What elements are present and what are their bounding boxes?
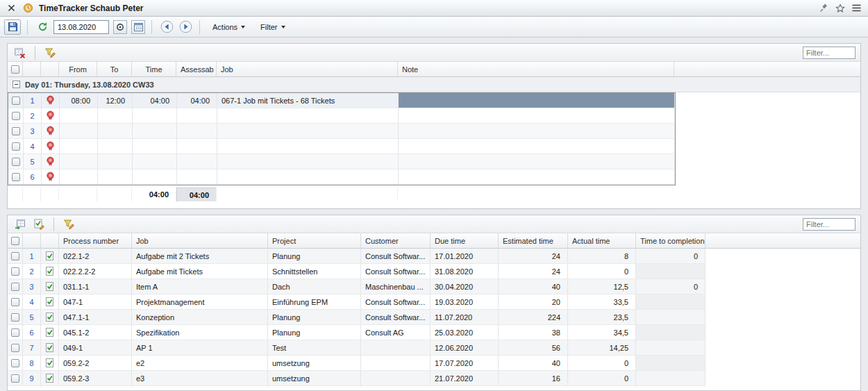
table-row[interactable]: 6 045.1-2 Spezifikation Planung Consult … (8, 325, 860, 340)
job-cell[interactable]: Konzeption (132, 310, 268, 325)
column-header-customer[interactable]: Customer (361, 233, 431, 248)
estimated-time-cell[interactable]: 40 (499, 356, 568, 371)
job-cell[interactable]: e3 (132, 371, 268, 386)
row-checkbox[interactable] (11, 267, 19, 276)
row-checkbox[interactable] (12, 142, 20, 151)
table-row[interactable]: 3 (8, 124, 675, 139)
seal-icon[interactable] (45, 172, 56, 182)
select-all-checkbox[interactable] (11, 237, 19, 245)
due-time-cell[interactable]: 19.03.2020 (431, 294, 499, 310)
due-time-cell[interactable]: 17.01.2020 (431, 249, 499, 264)
row-number-link[interactable]: 1 (29, 252, 33, 260)
column-header-to[interactable]: To (97, 62, 132, 76)
project-cell[interactable]: Planung (268, 249, 361, 264)
timesheet-filter-input[interactable] (803, 47, 856, 59)
seal-icon[interactable] (45, 95, 56, 106)
task-edit-button[interactable] (31, 217, 47, 231)
actual-time-cell[interactable]: 8 (568, 249, 636, 264)
row-checkbox[interactable] (11, 313, 19, 322)
record-button[interactable] (113, 20, 127, 34)
customer-cell[interactable]: Consult Softwar... (361, 310, 431, 325)
actual-time-cell[interactable]: 14,25 (568, 340, 636, 356)
task-check-icon[interactable] (44, 373, 55, 383)
note-cell[interactable] (399, 108, 675, 124)
actual-time-cell[interactable]: 33,5 (568, 294, 636, 310)
project-cell[interactable]: Schnittstellen (268, 264, 361, 279)
assessable-cell[interactable] (177, 139, 217, 154)
time-to-completion-cell[interactable] (636, 356, 706, 371)
row-checkbox[interactable] (11, 374, 19, 383)
customer-cell[interactable]: Consult Softwar... (361, 294, 431, 310)
to-cell[interactable] (98, 169, 133, 185)
row-number-link[interactable]: 2 (30, 112, 34, 120)
due-time-cell[interactable]: 17.07.2020 (431, 356, 499, 371)
table-row[interactable]: 3 031.1-1 Item A Dach Maschinenbau ... 3… (8, 279, 860, 294)
customer-cell[interactable]: Consult Softwar... (361, 249, 431, 264)
process-number-cell[interactable]: 049-1 (59, 340, 132, 356)
process-number-cell[interactable]: 022.1-2 (59, 249, 132, 264)
job-cell[interactable] (217, 169, 399, 185)
column-header-due-time[interactable]: Due time (431, 233, 499, 248)
row-checkbox[interactable] (11, 283, 19, 291)
job-cell[interactable] (217, 108, 399, 124)
row-number-link[interactable]: 1 (30, 97, 34, 105)
row-checkbox[interactable] (11, 344, 19, 352)
next-day-button[interactable] (178, 19, 193, 34)
to-cell[interactable] (98, 124, 133, 139)
table-row[interactable]: 4 047-1 Projektmanagement Einführung EPM… (8, 294, 860, 310)
filter-edit-button[interactable] (42, 46, 58, 60)
process-number-cell[interactable]: 059.2-2 (59, 356, 132, 371)
process-number-cell[interactable]: 059.2-3 (59, 371, 132, 386)
assessable-cell[interactable] (177, 154, 217, 169)
actual-time-cell[interactable]: 12,5 (568, 279, 636, 294)
jobs-filter-input[interactable] (803, 218, 856, 231)
time-cell[interactable]: 04:00 (133, 93, 177, 108)
job-cell[interactable] (217, 124, 399, 139)
process-number-cell[interactable]: 045.1-2 (59, 325, 132, 340)
row-checkbox[interactable] (12, 158, 20, 166)
from-cell[interactable] (60, 108, 98, 124)
time-cell[interactable] (133, 154, 177, 169)
job-cell[interactable] (217, 154, 399, 169)
row-number-link[interactable]: 5 (30, 158, 34, 166)
table-row[interactable]: 5 (8, 154, 675, 169)
project-cell[interactable]: Planung (268, 310, 361, 325)
process-number-cell[interactable]: 047-1 (59, 294, 132, 310)
close-button[interactable] (6, 2, 17, 14)
column-header-note[interactable]: Note (398, 62, 674, 76)
time-to-completion-cell[interactable]: 0 (636, 279, 706, 294)
job-cell[interactable]: Aufgabe mit Tickets (132, 264, 268, 279)
actions-menu-button[interactable]: Actions (206, 21, 251, 33)
filter-menu-button[interactable]: Filter (254, 21, 291, 33)
time-to-completion-cell[interactable] (636, 294, 706, 310)
task-check-icon[interactable] (44, 327, 55, 338)
note-cell[interactable] (399, 124, 675, 139)
customer-cell[interactable] (361, 356, 431, 371)
row-number-link[interactable]: 3 (29, 283, 33, 291)
delete-entry-button[interactable] (12, 46, 28, 60)
from-cell[interactable] (60, 169, 98, 185)
job-cell[interactable]: Projektmanagement (132, 294, 268, 310)
time-to-completion-cell[interactable] (636, 325, 706, 340)
estimated-time-cell[interactable]: 38 (499, 325, 568, 340)
time-to-completion-cell[interactable] (636, 371, 706, 386)
select-all-checkbox[interactable] (11, 65, 19, 74)
project-cell[interactable]: umsetzung (268, 371, 361, 386)
menu-button[interactable] (851, 2, 862, 14)
save-button[interactable] (4, 19, 21, 35)
estimated-time-cell[interactable]: 24 (499, 264, 568, 279)
table-row[interactable]: 1 08:00 12:00 04:00 04:00 067-1 Job mit … (8, 93, 675, 108)
task-check-icon[interactable] (44, 266, 55, 276)
row-number-link[interactable]: 9 (29, 374, 33, 383)
seal-icon[interactable] (45, 141, 56, 151)
column-header-process-number[interactable]: Process number (59, 233, 132, 248)
task-check-icon[interactable] (44, 312, 55, 322)
row-number-link[interactable]: 5 (29, 313, 33, 322)
actual-time-cell[interactable]: 0 (568, 356, 636, 371)
time-to-completion-cell[interactable] (636, 264, 706, 279)
due-time-cell[interactable]: 30.04.2020 (431, 279, 499, 294)
estimated-time-cell[interactable]: 224 (499, 310, 568, 325)
customer-cell[interactable]: Consult AG (361, 325, 431, 340)
customer-cell[interactable]: Consult Softwar... (361, 264, 431, 279)
job-cell[interactable]: e2 (132, 356, 268, 371)
